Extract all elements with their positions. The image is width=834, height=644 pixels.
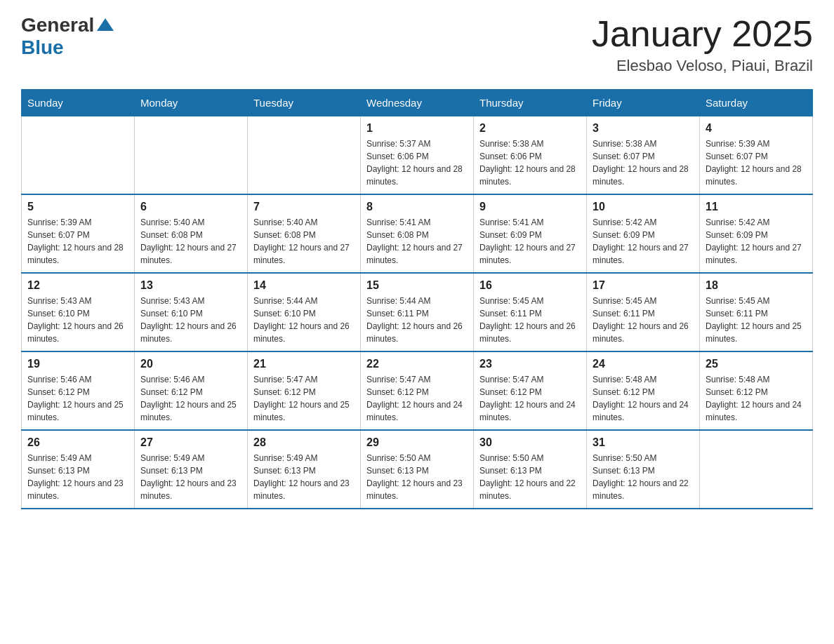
day-number: 28 [253, 436, 355, 449]
calendar-day-cell: 26Sunrise: 5:49 AMSunset: 6:13 PMDayligh… [22, 430, 135, 509]
day-number: 23 [479, 358, 581, 370]
day-number: 3 [593, 122, 694, 135]
calendar-day-cell: 21Sunrise: 5:47 AMSunset: 6:12 PMDayligh… [248, 351, 361, 430]
day-number: 1 [366, 122, 468, 135]
day-info: Sunrise: 5:43 AMSunset: 6:10 PMDaylight:… [140, 295, 241, 345]
calendar-day-cell: 22Sunrise: 5:47 AMSunset: 6:12 PMDayligh… [361, 351, 474, 430]
day-number: 18 [706, 279, 807, 292]
weekday-header: Thursday [474, 90, 587, 116]
day-number: 24 [593, 358, 694, 370]
calendar-day-cell: 16Sunrise: 5:45 AMSunset: 6:11 PMDayligh… [474, 273, 587, 351]
weekday-header: Wednesday [361, 90, 474, 116]
calendar-day-cell: 11Sunrise: 5:42 AMSunset: 6:09 PMDayligh… [700, 194, 813, 273]
day-number: 26 [27, 436, 128, 449]
logo-general-text: General [21, 14, 94, 36]
calendar-day-cell: 23Sunrise: 5:47 AMSunset: 6:12 PMDayligh… [474, 351, 587, 430]
calendar-day-cell: 27Sunrise: 5:49 AMSunset: 6:13 PMDayligh… [135, 430, 248, 509]
day-info: Sunrise: 5:44 AMSunset: 6:11 PMDaylight:… [366, 295, 468, 345]
day-info: Sunrise: 5:40 AMSunset: 6:08 PMDaylight:… [253, 216, 355, 267]
day-number: 2 [479, 122, 581, 135]
day-info: Sunrise: 5:49 AMSunset: 6:13 PMDaylight:… [27, 452, 128, 502]
day-number: 20 [140, 358, 241, 370]
calendar-week-row: 19Sunrise: 5:46 AMSunset: 6:12 PMDayligh… [22, 351, 813, 430]
day-info: Sunrise: 5:46 AMSunset: 6:12 PMDaylight:… [27, 373, 128, 424]
day-info: Sunrise: 5:48 AMSunset: 6:12 PMDaylight:… [593, 373, 694, 424]
day-number: 22 [366, 358, 468, 370]
day-number: 16 [479, 279, 581, 292]
calendar-day-cell: 6Sunrise: 5:40 AMSunset: 6:08 PMDaylight… [135, 194, 248, 273]
day-info: Sunrise: 5:47 AMSunset: 6:12 PMDaylight:… [479, 373, 581, 424]
day-info: Sunrise: 5:41 AMSunset: 6:08 PMDaylight:… [366, 216, 468, 267]
weekday-header: Saturday [700, 90, 813, 116]
weekday-header: Friday [587, 90, 700, 116]
day-number: 30 [479, 436, 581, 449]
day-info: Sunrise: 5:49 AMSunset: 6:13 PMDaylight:… [253, 452, 355, 502]
day-info: Sunrise: 5:50 AMSunset: 6:13 PMDaylight:… [479, 452, 581, 502]
header-area: General Blue January 2025 Elesbao Veloso… [21, 14, 813, 75]
logo: General Blue [21, 14, 114, 59]
day-number: 8 [366, 201, 468, 213]
calendar-day-cell: 25Sunrise: 5:48 AMSunset: 6:12 PMDayligh… [700, 351, 813, 430]
logo-general: General [21, 14, 114, 36]
calendar-week-row: 1Sunrise: 5:37 AMSunset: 6:06 PMDaylight… [22, 116, 813, 195]
calendar-week-row: 12Sunrise: 5:43 AMSunset: 6:10 PMDayligh… [22, 273, 813, 351]
day-number: 9 [479, 201, 581, 213]
calendar-day-cell: 13Sunrise: 5:43 AMSunset: 6:10 PMDayligh… [135, 273, 248, 351]
calendar-day-cell [135, 116, 248, 195]
title-area: January 2025 Elesbao Veloso, Piaui, Braz… [592, 14, 813, 75]
calendar-day-cell [700, 430, 813, 509]
calendar-day-cell: 14Sunrise: 5:44 AMSunset: 6:10 PMDayligh… [248, 273, 361, 351]
calendar-day-cell [22, 116, 135, 195]
day-info: Sunrise: 5:49 AMSunset: 6:13 PMDaylight:… [140, 452, 241, 502]
day-info: Sunrise: 5:50 AMSunset: 6:13 PMDaylight:… [593, 452, 694, 502]
day-info: Sunrise: 5:50 AMSunset: 6:13 PMDaylight:… [366, 452, 468, 502]
day-number: 31 [593, 436, 694, 449]
calendar-day-cell: 2Sunrise: 5:38 AMSunset: 6:06 PMDaylight… [474, 116, 587, 195]
calendar-day-cell: 31Sunrise: 5:50 AMSunset: 6:13 PMDayligh… [587, 430, 700, 509]
day-info: Sunrise: 5:48 AMSunset: 6:12 PMDaylight:… [706, 373, 807, 424]
day-number: 17 [593, 279, 694, 292]
calendar-day-cell: 28Sunrise: 5:49 AMSunset: 6:13 PMDayligh… [248, 430, 361, 509]
calendar-day-cell: 4Sunrise: 5:39 AMSunset: 6:07 PMDaylight… [700, 116, 813, 195]
calendar-subtitle: Elesbao Veloso, Piaui, Brazil [592, 57, 813, 75]
calendar-day-cell: 17Sunrise: 5:45 AMSunset: 6:11 PMDayligh… [587, 273, 700, 351]
calendar-day-cell: 10Sunrise: 5:42 AMSunset: 6:09 PMDayligh… [587, 194, 700, 273]
day-number: 19 [27, 358, 128, 370]
day-info: Sunrise: 5:38 AMSunset: 6:07 PMDaylight:… [593, 137, 694, 188]
day-number: 29 [366, 436, 468, 449]
weekday-header: Sunday [22, 90, 135, 116]
calendar-title: January 2025 [592, 14, 813, 54]
day-info: Sunrise: 5:41 AMSunset: 6:09 PMDaylight:… [479, 216, 581, 267]
calendar-day-cell: 3Sunrise: 5:38 AMSunset: 6:07 PMDaylight… [587, 116, 700, 195]
day-info: Sunrise: 5:42 AMSunset: 6:09 PMDaylight:… [706, 216, 807, 267]
day-info: Sunrise: 5:40 AMSunset: 6:08 PMDaylight:… [140, 216, 241, 267]
calendar-day-cell: 9Sunrise: 5:41 AMSunset: 6:09 PMDaylight… [474, 194, 587, 273]
day-number: 13 [140, 279, 241, 292]
day-info: Sunrise: 5:43 AMSunset: 6:10 PMDaylight:… [27, 295, 128, 345]
calendar-table: SundayMondayTuesdayWednesdayThursdayFrid… [21, 89, 813, 509]
calendar-day-cell: 19Sunrise: 5:46 AMSunset: 6:12 PMDayligh… [22, 351, 135, 430]
day-info: Sunrise: 5:47 AMSunset: 6:12 PMDaylight:… [253, 373, 355, 424]
day-info: Sunrise: 5:45 AMSunset: 6:11 PMDaylight:… [479, 295, 581, 345]
day-number: 21 [253, 358, 355, 370]
calendar-day-cell [248, 116, 361, 195]
day-info: Sunrise: 5:47 AMSunset: 6:12 PMDaylight:… [366, 373, 468, 424]
calendar-week-row: 26Sunrise: 5:49 AMSunset: 6:13 PMDayligh… [22, 430, 813, 509]
day-info: Sunrise: 5:45 AMSunset: 6:11 PMDaylight:… [706, 295, 807, 345]
day-number: 27 [140, 436, 241, 449]
day-number: 25 [706, 358, 807, 370]
day-number: 4 [706, 122, 807, 135]
weekday-header-row: SundayMondayTuesdayWednesdayThursdayFrid… [22, 90, 813, 116]
calendar-day-cell: 15Sunrise: 5:44 AMSunset: 6:11 PMDayligh… [361, 273, 474, 351]
day-number: 11 [706, 201, 807, 213]
logo-triangle-icon [97, 18, 114, 31]
calendar-day-cell: 1Sunrise: 5:37 AMSunset: 6:06 PMDaylight… [361, 116, 474, 195]
day-info: Sunrise: 5:42 AMSunset: 6:09 PMDaylight:… [593, 216, 694, 267]
day-number: 10 [593, 201, 694, 213]
day-number: 14 [253, 279, 355, 292]
day-info: Sunrise: 5:46 AMSunset: 6:12 PMDaylight:… [140, 373, 241, 424]
calendar-day-cell: 5Sunrise: 5:39 AMSunset: 6:07 PMDaylight… [22, 194, 135, 273]
day-info: Sunrise: 5:39 AMSunset: 6:07 PMDaylight:… [706, 137, 807, 188]
day-number: 12 [27, 279, 128, 292]
weekday-header: Tuesday [248, 90, 361, 116]
